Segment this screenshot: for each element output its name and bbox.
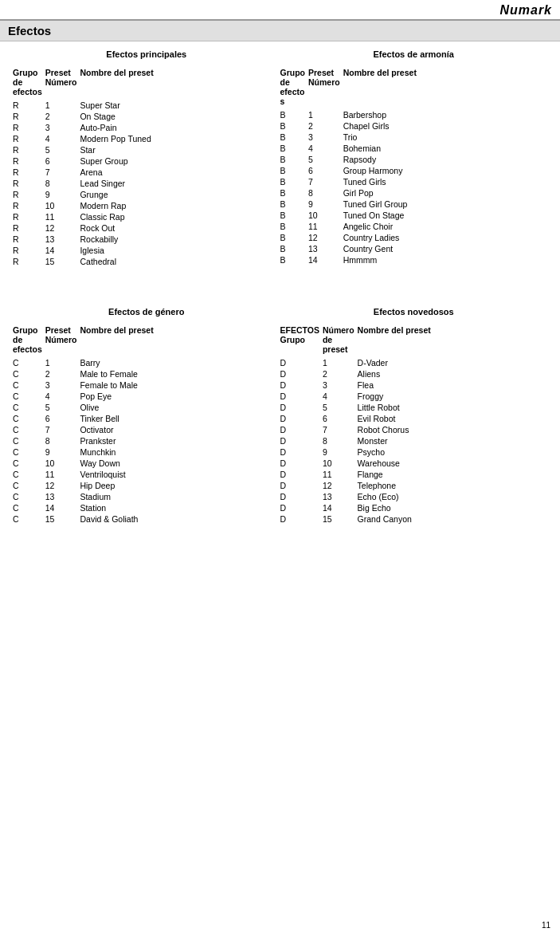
table-cell: 9 — [308, 199, 343, 210]
table-cell: Grunge — [80, 189, 156, 200]
table-cell: 8 — [45, 178, 80, 189]
table-row: B10Tuned On Stage — [280, 210, 420, 221]
table-row: B3Trio — [280, 132, 420, 143]
table-row: R11Classic Rap — [13, 211, 157, 222]
table-row: R9Grunge — [13, 189, 157, 200]
table-cell: B — [280, 143, 309, 154]
table-cell: Modern Rap — [80, 200, 156, 211]
table-cell: B — [280, 132, 309, 143]
table-cell: 10 — [45, 200, 80, 211]
table-cell: 11 — [308, 221, 343, 232]
table-cell: D — [280, 480, 323, 491]
table-row: D10Warehouse — [280, 458, 434, 469]
table-cell: On Stage — [80, 111, 156, 122]
table-cell: 9 — [45, 189, 80, 200]
table-cell: D — [280, 368, 323, 380]
table-cell: 10 — [308, 210, 343, 221]
section-armonia: Efectos de armonía Grupodeefectos Preset… — [280, 49, 548, 267]
table-cell: 14 — [45, 502, 80, 513]
table-row: B4Bohemian — [280, 143, 420, 154]
table-cell: 10 — [45, 458, 80, 469]
table-cell: Flea — [358, 380, 434, 391]
table-cell: Country Gent — [343, 243, 420, 254]
table-cell: B — [280, 199, 309, 210]
table-cell: Trio — [343, 132, 420, 143]
table-cell: B — [280, 165, 309, 176]
page-title: Efectos — [8, 24, 51, 37]
table-cell: R — [13, 111, 45, 122]
table-cell: D — [280, 402, 323, 413]
table-row: R15Cathedral — [13, 256, 157, 267]
table-cell: Modern Pop Tuned — [80, 133, 156, 144]
col-header-preset-p: PresetNúmero — [45, 67, 80, 100]
table-cell: 2 — [308, 120, 343, 132]
table-cell: 8 — [308, 187, 343, 199]
table-cell: Little Robot — [358, 402, 434, 413]
table-cell: D — [280, 458, 323, 469]
table-cell: B — [280, 232, 309, 243]
table-cell: 13 — [45, 491, 80, 502]
table-cell: Arena — [80, 167, 156, 178]
table-cell: R — [13, 167, 45, 178]
table-cell: C — [13, 491, 45, 502]
table-principales: Grupodeefectos PresetNúmero Nombre del p… — [13, 67, 157, 267]
table-row: D14Big Echo — [280, 502, 434, 513]
table-cell: 2 — [45, 368, 80, 380]
table-cell: R — [13, 155, 45, 167]
page-title-bar: Efectos — [0, 21, 560, 41]
table-cell: Star — [80, 144, 156, 155]
table-row: C3Female to Male — [13, 380, 157, 391]
table-cell: Big Echo — [358, 502, 434, 513]
table-row: D8Monster — [280, 435, 434, 446]
table-cell: 4 — [323, 391, 358, 402]
table-row: D5Little Robot — [280, 402, 434, 413]
table-row: C10Way Down — [13, 458, 157, 469]
table-cell: Bohemian — [343, 143, 420, 154]
table-cell: B — [280, 221, 309, 232]
table-cell: C — [13, 368, 45, 380]
table-row: C14Station — [13, 502, 157, 513]
section-genero-title: Efectos de género — [13, 307, 280, 317]
table-cell: Group Harmony — [343, 165, 420, 176]
table-row: B1Barbershop — [280, 109, 420, 120]
table-cell: Tinker Bell — [80, 413, 156, 424]
table-cell: C — [13, 424, 45, 435]
table-cell: Tuned Girl Group — [343, 199, 420, 210]
table-row: R10Modern Rap — [13, 200, 157, 211]
table-cell: Girl Pop — [343, 187, 420, 199]
table-cell: Station — [80, 502, 156, 513]
table-cell: C — [13, 502, 45, 513]
table-cell: Hmmmm — [343, 254, 420, 265]
table-cell: B — [280, 154, 309, 165]
table-cell: 3 — [308, 132, 343, 143]
table-cell: Monster — [358, 435, 434, 446]
table-row: D11Flange — [280, 469, 434, 480]
table-row: B2Chapel Girls — [280, 120, 420, 132]
table-cell: Classic Rap — [80, 211, 156, 222]
table-row: C15David & Goliath — [13, 513, 157, 525]
table-row: C11Ventriloquist — [13, 469, 157, 480]
table-cell: Auto-Pain — [80, 122, 156, 133]
table-cell: 7 — [45, 424, 80, 435]
section-genero: Efectos de género Grupodeefectos PresetN… — [13, 307, 280, 525]
table-row: R13Rockabilly — [13, 234, 157, 245]
col-header-grupo-g: Grupodeefectos — [13, 324, 45, 357]
table-cell: C — [13, 413, 45, 424]
table-cell: Male to Female — [80, 368, 156, 380]
table-cell: R — [13, 122, 45, 133]
table-row: R4Modern Pop Tuned — [13, 133, 157, 144]
table-row: C2Male to Female — [13, 368, 157, 380]
table-cell: Froggy — [358, 391, 434, 402]
table-row: D4Froggy — [280, 391, 434, 402]
table-cell: B — [280, 176, 309, 187]
table-cell: Robot Chorus — [358, 424, 434, 435]
table-row: D2Aliens — [280, 368, 434, 380]
table-cell: Munchkin — [80, 446, 156, 458]
table-cell: Rapsody — [343, 154, 420, 165]
table-cell: Flange — [358, 469, 434, 480]
table-cell: D — [280, 446, 323, 458]
table-cell: R — [13, 178, 45, 189]
table-row: B14Hmmmm — [280, 254, 420, 265]
table-row: R7Arena — [13, 167, 157, 178]
table-cell: 11 — [323, 469, 358, 480]
